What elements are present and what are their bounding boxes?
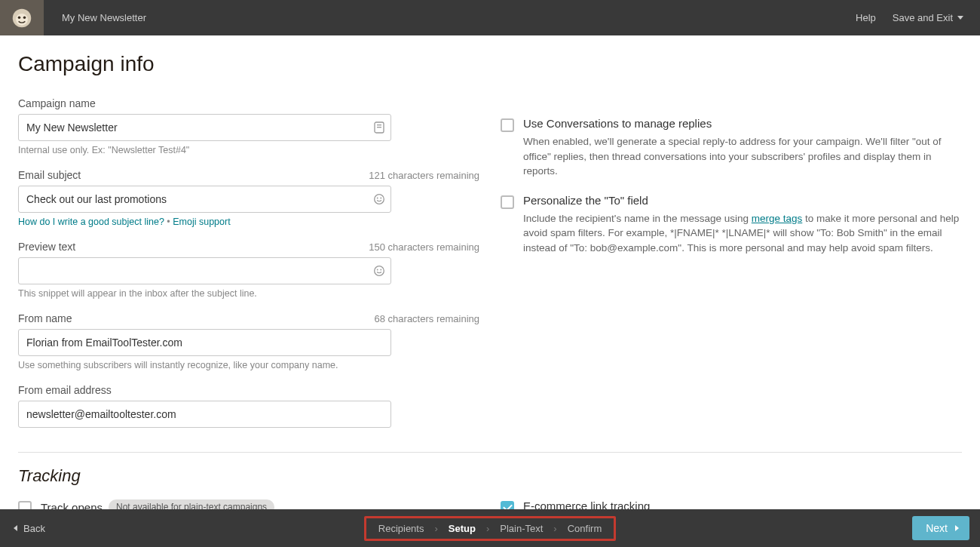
preview-text-remaining: 150 characters remaining	[369, 241, 479, 253]
from-name-label: From name	[18, 312, 72, 324]
personalize-title: Personalize the "To" field	[523, 194, 962, 207]
step-confirm[interactable]: Confirm	[568, 523, 602, 534]
monkey-icon	[11, 8, 32, 29]
conversations-checkbox[interactable]	[501, 118, 514, 132]
bottom-bar: Back Recipients › Setup › Plain-Text › C…	[0, 509, 980, 547]
ecommerce-tracking-title: E-commerce link tracking	[523, 499, 962, 509]
content-area: Campaign info Campaign name Internal use…	[0, 35, 980, 509]
chevron-down-icon	[957, 16, 963, 20]
back-button[interactable]: Back	[0, 523, 151, 534]
tracking-title: Tracking	[18, 466, 962, 486]
email-subject-field: Email subject 121 characters remaining H…	[18, 169, 479, 227]
preview-text-label: Preview text	[18, 241, 75, 253]
email-subject-input[interactable]	[18, 186, 391, 213]
from-email-label: From email address	[18, 384, 479, 396]
chevron-left-icon	[14, 525, 17, 531]
campaign-name-field: Campaign name Internal use only. Ex: "Ne…	[18, 97, 479, 155]
next-label: Next	[926, 522, 948, 534]
step-plain-text[interactable]: Plain-Text	[500, 523, 543, 534]
top-bar: My New Newsletter Help Save and Exit	[0, 0, 980, 35]
section-divider	[18, 452, 962, 453]
mailchimp-logo[interactable]	[0, 0, 44, 35]
not-available-badge: Not available for plain-text campaigns	[109, 499, 274, 509]
step-recipients[interactable]: Recipients	[378, 523, 424, 534]
campaign-name-helper: Internal use only. Ex: "Newsletter Test#…	[18, 145, 479, 155]
from-name-remaining: 68 characters remaining	[375, 313, 479, 324]
svg-point-1	[16, 13, 28, 25]
conversations-option: Use Conversations to manage replies When…	[501, 117, 962, 179]
campaign-title: My New Newsletter	[44, 12, 856, 23]
merge-tags-link[interactable]: merge tags	[752, 213, 803, 224]
personalize-option: Personalize the "To" field Include the r…	[501, 194, 962, 256]
campaign-name-input[interactable]	[18, 114, 391, 141]
track-opens-title: Track opens	[41, 501, 103, 510]
from-name-helper: Use something subscribers will instantly…	[18, 360, 479, 370]
left-column: Campaign name Internal use only. Ex: "Ne…	[18, 97, 479, 441]
email-subject-label: Email subject	[18, 169, 81, 181]
chevron-right-icon: ›	[434, 523, 437, 534]
email-subject-remaining: 121 characters remaining	[369, 170, 479, 181]
ecommerce-tracking-checkbox[interactable]	[501, 501, 514, 509]
personalize-desc: Include the recipient's name in the mess…	[523, 211, 962, 256]
subject-line-help-link[interactable]: How do I write a good subject line?	[18, 217, 164, 227]
save-and-exit-label: Save and Exit	[893, 12, 953, 23]
preview-text-field: Preview text 150 characters remaining Th…	[18, 241, 479, 299]
emoji-support-link[interactable]: Emoji support	[173, 217, 230, 227]
conversations-title: Use Conversations to manage replies	[523, 117, 962, 130]
help-link[interactable]: Help	[856, 12, 876, 23]
from-name-field: From name 68 characters remaining Use so…	[18, 312, 479, 370]
track-opens-option: Track opens Not available for plain-text…	[18, 499, 479, 509]
chevron-right-icon	[955, 525, 959, 531]
preview-text-helper: This snippet will appear in the inbox af…	[18, 288, 479, 299]
from-name-input[interactable]	[18, 329, 391, 356]
save-and-exit-menu[interactable]: Save and Exit	[893, 12, 963, 23]
back-label: Back	[23, 523, 45, 534]
track-opens-checkbox	[18, 501, 32, 509]
next-button[interactable]: Next	[912, 516, 969, 540]
svg-point-3	[23, 16, 26, 19]
step-setup[interactable]: Setup	[449, 523, 476, 534]
wizard-steps: Recipients › Setup › Plain-Text › Confir…	[364, 516, 616, 541]
chevron-right-icon: ›	[486, 523, 489, 534]
page-title: Campaign info	[18, 52, 962, 76]
chevron-right-icon: ›	[553, 523, 556, 534]
personalize-checkbox[interactable]	[501, 195, 514, 209]
conversations-desc: When enabled, we'll generate a special r…	[523, 134, 962, 179]
from-email-field: From email address	[18, 384, 479, 428]
from-email-input[interactable]	[18, 401, 391, 428]
right-column: Use Conversations to manage replies When…	[501, 97, 962, 441]
campaign-name-label: Campaign name	[18, 97, 96, 109]
ecommerce-tracking-option: E-commerce link tracking Track visitors …	[501, 499, 962, 509]
svg-point-2	[18, 16, 21, 19]
preview-text-input[interactable]	[18, 257, 391, 284]
